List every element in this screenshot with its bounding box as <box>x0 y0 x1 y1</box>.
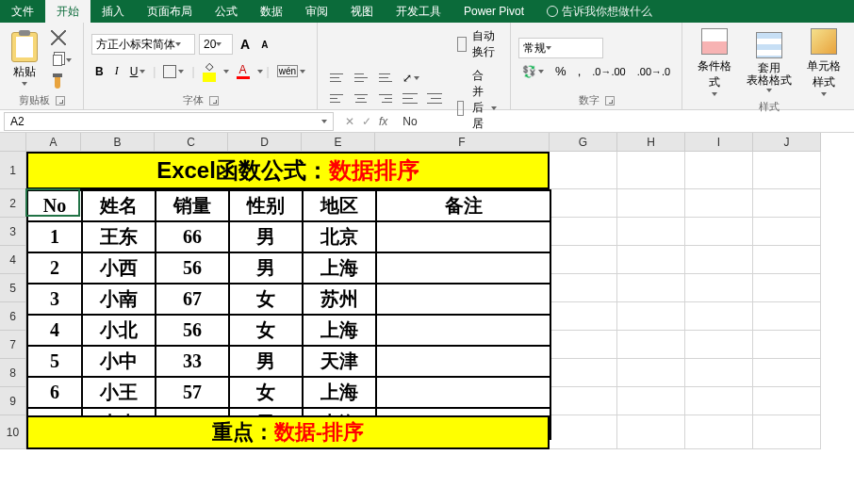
table-header-cell[interactable]: 备注 <box>376 190 550 221</box>
table-cell[interactable]: 苏州 <box>303 284 376 315</box>
table-cell[interactable] <box>376 221 550 252</box>
cancel-formula-button[interactable]: ✕ <box>345 115 354 128</box>
cell[interactable] <box>617 274 685 302</box>
cell[interactable] <box>753 302 821 331</box>
name-box[interactable]: A2 <box>4 112 334 131</box>
footer-cell[interactable]: 重点：数据-排序 <box>26 415 550 449</box>
table-cell[interactable]: 王东 <box>82 221 156 252</box>
row-header[interactable]: 3 <box>0 218 26 246</box>
tab-layout[interactable]: 页面布局 <box>136 0 204 24</box>
row-header[interactable]: 9 <box>0 387 26 415</box>
cell[interactable] <box>753 152 821 189</box>
row-header[interactable]: 2 <box>0 189 26 218</box>
align-center-button[interactable] <box>350 90 372 107</box>
increase-decimal-button[interactable]: .0→.00 <box>588 62 629 80</box>
underline-button[interactable]: U <box>126 63 150 80</box>
cell[interactable] <box>685 331 753 359</box>
table-cell[interactable] <box>376 252 550 284</box>
align-top-button[interactable] <box>325 70 348 87</box>
table-cell[interactable]: 1 <box>27 221 82 252</box>
table-cell[interactable]: 小西 <box>82 252 156 284</box>
table-cell[interactable]: 66 <box>156 221 229 252</box>
table-header-cell[interactable]: 姓名 <box>82 190 156 221</box>
cell[interactable] <box>617 218 685 246</box>
format-as-table-button[interactable]: 套用 表格格式 <box>745 30 794 94</box>
column-header[interactable]: G <box>550 133 617 152</box>
fx-button[interactable]: fx <box>379 115 387 128</box>
table-header-cell[interactable]: No <box>27 190 82 221</box>
cell[interactable] <box>550 218 617 246</box>
copy-button[interactable] <box>47 51 75 70</box>
tab-file[interactable]: 文件 <box>0 0 45 24</box>
column-header[interactable]: A <box>26 133 81 152</box>
cell[interactable] <box>753 274 821 302</box>
caret-icon[interactable] <box>223 70 229 73</box>
align-bottom-button[interactable] <box>374 70 397 87</box>
border-button[interactable] <box>159 63 188 80</box>
row-header[interactable]: 4 <box>0 246 26 274</box>
cell[interactable] <box>753 359 821 387</box>
cell[interactable] <box>550 152 617 189</box>
cell[interactable] <box>753 246 821 274</box>
table-cell[interactable]: 67 <box>156 284 229 315</box>
row-header[interactable]: 10 <box>0 415 26 449</box>
cell[interactable] <box>617 359 685 387</box>
align-right-button[interactable] <box>374 90 397 107</box>
column-header[interactable]: B <box>81 133 155 152</box>
row-header[interactable]: 8 <box>0 359 26 387</box>
row-header[interactable]: 5 <box>0 274 26 302</box>
tab-dev[interactable]: 开发工具 <box>385 0 452 24</box>
column-header[interactable]: I <box>685 133 753 152</box>
table-cell[interactable]: 56 <box>156 252 229 284</box>
table-cell[interactable]: 小北 <box>82 315 156 346</box>
table-cell[interactable]: 小中 <box>82 346 156 377</box>
align-left-button[interactable] <box>325 90 348 107</box>
caret-icon[interactable] <box>257 70 263 73</box>
tab-home[interactable]: 开始 <box>45 0 90 24</box>
italic-button[interactable]: I <box>111 62 123 80</box>
cell[interactable] <box>753 415 821 449</box>
table-cell[interactable] <box>376 315 550 346</box>
cell[interactable] <box>685 218 753 246</box>
increase-indent-button[interactable] <box>423 90 446 107</box>
conditional-format-button[interactable]: 条件格式 <box>690 26 739 98</box>
cell[interactable] <box>617 415 685 449</box>
cell[interactable] <box>617 331 685 359</box>
accept-formula-button[interactable]: ✓ <box>362 115 371 128</box>
cell[interactable] <box>685 189 753 218</box>
fill-color-button[interactable]: ◇ <box>199 58 220 84</box>
font-size-combo[interactable]: 20 <box>199 34 233 55</box>
tab-view[interactable]: 视图 <box>339 0 385 24</box>
column-header[interactable]: C <box>155 133 228 152</box>
tab-formula[interactable]: 公式 <box>204 0 249 24</box>
table-cell[interactable]: 女 <box>229 377 303 408</box>
cell[interactable] <box>753 331 821 359</box>
table-cell[interactable]: 男 <box>229 252 303 284</box>
cell[interactable] <box>550 246 617 274</box>
table-cell[interactable]: 6 <box>27 377 82 408</box>
column-header[interactable]: D <box>228 133 302 152</box>
column-header[interactable]: H <box>617 133 685 152</box>
cell[interactable] <box>753 189 821 218</box>
table-cell[interactable]: 2 <box>27 252 82 284</box>
cell[interactable] <box>685 387 753 415</box>
number-format-combo[interactable]: 常规 <box>518 38 603 58</box>
table-header-cell[interactable]: 地区 <box>303 190 376 221</box>
cell[interactable] <box>550 189 617 218</box>
table-cell[interactable] <box>376 346 550 377</box>
formula-bar[interactable]: No <box>395 115 854 128</box>
dialog-launcher-icon[interactable] <box>209 96 219 106</box>
cell[interactable] <box>617 302 685 331</box>
orientation-button[interactable]: ⤢ <box>399 70 423 87</box>
title-cell[interactable]: Excel函数公式：数据排序 <box>26 152 550 189</box>
cell[interactable] <box>550 331 617 359</box>
table-cell[interactable]: 5 <box>27 346 82 377</box>
table-header-cell[interactable]: 销量 <box>156 190 229 221</box>
row-header[interactable]: 6 <box>0 302 26 331</box>
row-header[interactable]: 7 <box>0 331 26 359</box>
comma-button[interactable]: , <box>574 62 585 80</box>
table-cell[interactable]: 小王 <box>82 377 156 408</box>
tab-insert[interactable]: 插入 <box>90 0 136 24</box>
table-cell[interactable]: 3 <box>27 284 82 315</box>
percent-button[interactable]: % <box>551 62 570 80</box>
